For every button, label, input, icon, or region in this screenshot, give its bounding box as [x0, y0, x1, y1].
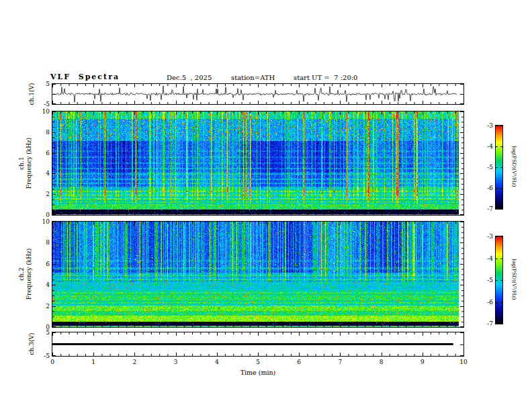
header-station: station=ATH [231, 74, 275, 81]
ch1-frequency-axis-label: ch.1 Frequency (kHz) [18, 138, 33, 189]
ch2-frequency-axis-label: ch.2 Frequency (kHz) [18, 248, 33, 300]
y-tick-label: -7 [487, 320, 493, 327]
x-tick-label: 7 [339, 359, 343, 365]
ch2-frequency-axis-label-line2: Frequency (kHz) [26, 248, 33, 300]
y-tick-label: -5 [487, 164, 493, 171]
y-tick-label: -5 [44, 353, 50, 359]
y-tick-label: 5 [46, 329, 50, 336]
ch1-frequency-axis-label-line1: ch.1 [18, 138, 26, 189]
header-date: Dec.5 , 2025 [167, 74, 212, 81]
y-tick-label: -4 [487, 143, 493, 150]
header-start-ut: start UT = 7 :20:0 [294, 74, 357, 81]
figure-title: VLF Spectra [50, 73, 120, 81]
x-tick-label: 10 [459, 359, 467, 365]
wf-y-tick-labels: 5-5 [34, 84, 50, 104]
ch3-y-tick-labels: 5-5 [34, 332, 50, 356]
colorbar-1-tick-labels: -3-4-5-6-7 [474, 126, 493, 209]
colorbar-1 [495, 125, 503, 210]
colorbar-2-tick-labels: -3-4-5-6-7 [474, 236, 493, 324]
y-tick-label: 4 [46, 281, 50, 288]
ch1-spectrogram-panel [52, 111, 464, 216]
x-tick-label: 3 [174, 359, 178, 365]
y-tick-label: -5 [44, 101, 50, 107]
spec1-y-tick-labels: 1086420 [34, 111, 50, 215]
y-tick-label: 8 [46, 239, 50, 246]
x-tick-label: 9 [420, 359, 425, 365]
x-tick-label: 0 [50, 359, 54, 365]
y-tick-label: 6 [46, 261, 50, 267]
y-tick-label: -6 [487, 185, 493, 191]
ch3-flatline-panel [52, 332, 464, 357]
colorbar-1-canvas [496, 126, 502, 209]
x-tick-label: 8 [380, 359, 384, 365]
colorbar-2-label: log(PSD)(V²/Hz) [511, 259, 517, 300]
y-tick-label: -3 [487, 233, 493, 240]
colorbar-1-label: log(PSD)(V²/Hz) [511, 146, 517, 187]
ch2-frequency-axis-label-line1: ch.2 [18, 248, 26, 300]
y-tick-label: -4 [487, 255, 493, 262]
y-tick-label: 0 [46, 212, 50, 218]
x-tick-labels: 012345678910 [52, 359, 463, 367]
ch2-spectrogram-canvas [52, 222, 463, 327]
y-tick-label: 5 [46, 81, 50, 87]
y-tick-label: 10 [42, 218, 50, 225]
colorbar-2-canvas [496, 236, 502, 324]
ch1-spectrogram-canvas [52, 111, 463, 215]
ch1-frequency-axis-label-line2: Frequency (kHz) [26, 138, 33, 189]
x-tick-label: 4 [215, 359, 219, 365]
y-tick-label: 4 [46, 170, 50, 177]
y-tick-label: 10 [42, 108, 50, 115]
x-tick-label: 6 [297, 359, 301, 365]
x-tick-label: 2 [133, 359, 137, 365]
y-tick-label: 6 [46, 150, 50, 156]
vlf-spectra-figure: VLF Spectra Dec.5 , 2025 station=ATH sta… [0, 0, 532, 411]
y-tick-label: -5 [487, 277, 493, 283]
y-tick-label: 8 [46, 129, 50, 136]
y-tick-label: -7 [487, 205, 493, 212]
ch2-spectrogram-panel [52, 221, 464, 328]
y-tick-label: -6 [487, 299, 493, 306]
x-tick-label: 1 [91, 359, 95, 365]
ch1-waveform-canvas [52, 84, 463, 104]
spec2-y-tick-labels: 1086420 [34, 222, 50, 327]
y-tick-label: 2 [46, 303, 50, 310]
ch1-waveform-panel [52, 83, 464, 105]
y-tick-label: 2 [46, 191, 50, 197]
x-tick-label: 5 [256, 359, 260, 365]
colorbar-2 [495, 236, 503, 324]
y-tick-label: -3 [487, 122, 493, 129]
x-axis-label: Time (min) [52, 369, 463, 376]
ch3-flatline-canvas [52, 332, 463, 356]
